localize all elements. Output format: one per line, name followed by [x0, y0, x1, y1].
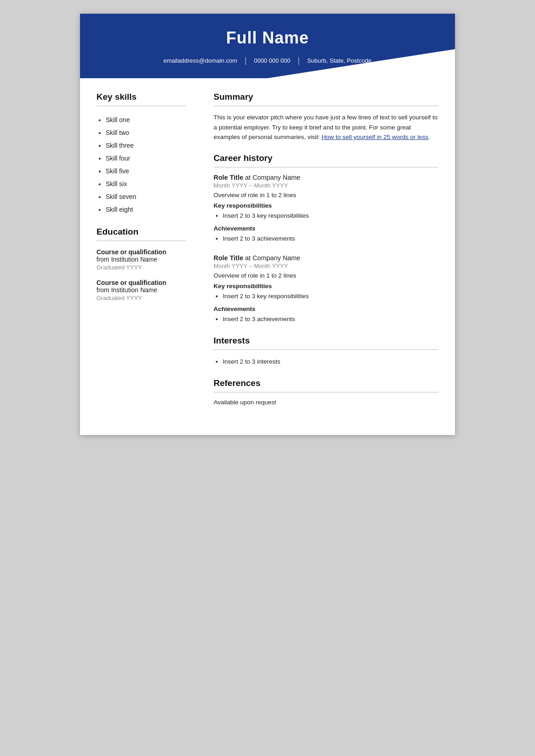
job-2-title: Role Title at Company Name [214, 254, 439, 262]
contact-bar: emailaddress@domain.com | 0000 000 000 |… [98, 56, 437, 65]
summary-text: This is your elevator pitch where you ha… [214, 113, 439, 142]
career-divider [214, 167, 439, 167]
skills-title: Key skills [96, 92, 186, 102]
full-name: Full Name [98, 28, 437, 48]
job-2-overview: Overview of role in 1 to 2 lines [214, 272, 439, 279]
list-item: Skill seven [106, 190, 186, 203]
list-item: Skill six [106, 177, 186, 190]
references-text: Available upon request [214, 399, 439, 406]
resume-page: Full Name emailaddress@domain.com | 0000… [80, 14, 455, 435]
education-item-2: Course or qualification from Institution… [96, 279, 186, 301]
job-1-achievements-title: Achievements [214, 225, 439, 232]
list-item: Insert 2 to 3 key responsibilities [223, 211, 439, 221]
job-2-responsibilities-list: Insert 2 to 3 key responsibilities [214, 291, 439, 302]
job-2-responsibilities-title: Key responsibilities [214, 283, 439, 290]
references-divider [214, 392, 439, 392]
list-item: Insert 2 to 3 achievements [223, 314, 439, 325]
list-item: Skill one [106, 113, 186, 126]
list-item: Skill five [106, 165, 186, 177]
summary-title: Summary [214, 92, 439, 102]
skills-list: Skill one Skill two Skill three Skill fo… [96, 113, 186, 216]
edu-institution-1: from Institution Name [96, 256, 186, 263]
job-2-achievements-title: Achievements [214, 306, 439, 312]
list-item: Skill three [106, 139, 186, 152]
summary-link[interactable]: How to sell yourself in 25 words or less [321, 134, 428, 140]
job-1-responsibilities-title: Key responsibilities [214, 202, 439, 209]
location: Suburb, State, Postcode [300, 57, 379, 64]
references-title: References [214, 378, 439, 388]
career-title: Career history [214, 153, 439, 163]
list-item: Insert 2 to 3 key responsibilities [223, 291, 439, 302]
education-section: Education Course or qualification from I… [96, 227, 186, 301]
job-2-achievements-list: Insert 2 to 3 achievements [214, 314, 439, 325]
edu-grad-2: Graduated YYYY [96, 295, 186, 301]
skills-section: Key skills Skill one Skill two Skill thr… [96, 92, 186, 216]
job-2: Role Title at Company Name Month YYYY – … [214, 254, 439, 325]
job-1-achievements-list: Insert 2 to 3 achievements [214, 234, 439, 244]
education-title: Education [96, 227, 186, 237]
summary-divider [214, 106, 439, 106]
job-1-responsibilities-list: Insert 2 to 3 key responsibilities [214, 211, 439, 221]
summary-section: Summary This is your elevator pitch wher… [214, 92, 439, 142]
edu-qualification-2: Course or qualification [96, 279, 186, 286]
header: Full Name emailaddress@domain.com | 0000… [80, 14, 455, 78]
career-section: Career history Role Title at Company Nam… [214, 153, 439, 325]
job-1-dates: Month YYYY – Month YYYY [214, 182, 439, 189]
phone: 0000 000 000 [246, 57, 298, 64]
edu-grad-1: Graduated YYYY [96, 264, 186, 271]
interests-list: Insert 2 to 3 interests [214, 356, 439, 367]
job-2-dates: Month YYYY – Month YYYY [214, 263, 439, 269]
list-item: Skill two [106, 126, 186, 139]
right-column: Summary This is your elevator pitch wher… [199, 78, 455, 435]
left-column: Key skills Skill one Skill two Skill thr… [80, 78, 199, 435]
list-item: Insert 2 to 3 interests [223, 356, 439, 367]
list-item: Skill four [106, 152, 186, 165]
education-divider [96, 241, 186, 241]
list-item: Skill eight [106, 203, 186, 216]
list-item: Insert 2 to 3 achievements [223, 234, 439, 244]
interests-divider [214, 349, 439, 350]
education-item-1: Course or qualification from Institution… [96, 248, 186, 271]
email: emailaddress@domain.com [156, 57, 244, 64]
skills-divider [96, 106, 186, 106]
body: Key skills Skill one Skill two Skill thr… [80, 78, 455, 435]
job-1-title: Role Title at Company Name [214, 174, 439, 181]
interests-section: Interests Insert 2 to 3 interests [214, 336, 439, 367]
references-section: References Available upon request [214, 378, 439, 406]
job-1-overview: Overview of role in 1 to 2 lines [214, 192, 439, 198]
job-1: Role Title at Company Name Month YYYY – … [214, 174, 439, 244]
edu-institution-2: from Institution Name [96, 286, 186, 294]
edu-qualification-1: Course or qualification [96, 248, 186, 256]
interests-title: Interests [214, 336, 439, 346]
